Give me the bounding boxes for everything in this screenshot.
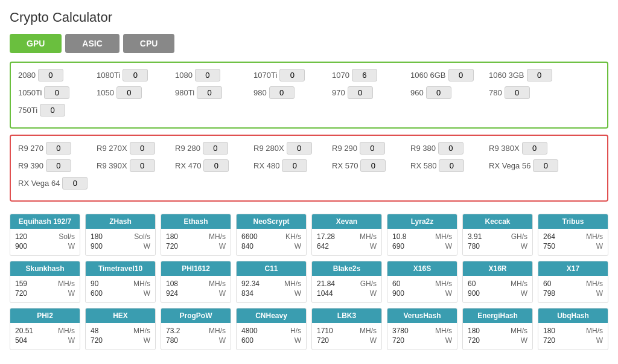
algo-hr-unit: KH/s <box>285 232 301 241</box>
gpu-input[interactable] <box>282 159 307 172</box>
algo-name: Lyra2z <box>387 214 457 229</box>
gpu-item: 970 <box>332 86 404 99</box>
algo-name: ZHash <box>86 214 155 229</box>
gpu-input[interactable] <box>348 86 373 99</box>
algo-power: 600 <box>91 289 103 298</box>
algo-hashrate: 120 <box>15 232 27 241</box>
gpu-input[interactable] <box>40 104 65 117</box>
algo-pw-unit: W <box>295 289 301 298</box>
gpu-input[interactable] <box>44 86 69 99</box>
algo-name: VerusHash <box>387 308 457 323</box>
algo-hashrate: 73.2 <box>166 327 180 335</box>
gpu-input[interactable] <box>203 142 228 155</box>
algo-hr-unit: GH/s <box>511 232 527 241</box>
algo-hashrate: 21.84 <box>317 279 335 288</box>
algo-power: 720 <box>15 289 27 298</box>
gpu-input[interactable] <box>197 86 222 99</box>
gpu-input[interactable] <box>38 69 63 81</box>
gpu-input[interactable] <box>287 142 312 155</box>
algo-pw-unit: W <box>521 242 527 251</box>
algo-hr-unit: MH/s <box>435 327 452 335</box>
algo-name: X17 <box>538 261 608 276</box>
algo-card: VerusHash3780MH/s720W <box>387 308 457 350</box>
gpu-item: RX 580 <box>410 159 483 172</box>
gpu-label: 780 <box>489 88 502 97</box>
gpu-item: 960 <box>410 86 483 99</box>
tab-bar: GPU ASIC CPU <box>10 34 608 53</box>
gpu-input[interactable] <box>123 69 148 81</box>
gpu-input[interactable] <box>203 159 229 172</box>
gpu-input[interactable] <box>426 86 451 99</box>
gpu-item: RX 470 <box>175 159 247 172</box>
gpu-input[interactable] <box>130 142 155 155</box>
algo-name: Blake2s <box>312 261 381 276</box>
gpu-input[interactable] <box>533 159 558 172</box>
algo-hr-unit: MH/s <box>58 327 75 335</box>
gpu-input[interactable] <box>439 159 464 172</box>
algo-card: Timetravel1090MH/s600W <box>85 261 156 303</box>
gpu-label: 980Ti <box>175 88 194 97</box>
algo-name: C11 <box>237 261 306 276</box>
algo-pw-unit: W <box>144 242 150 251</box>
algo-card: Lyra2z10.8MH/s690W <box>387 214 457 256</box>
gpu-input[interactable] <box>130 159 155 172</box>
gpu-label: RX 580 <box>410 161 436 170</box>
gpu-input[interactable] <box>522 142 547 155</box>
gpu-label: 1070 <box>332 71 349 80</box>
algo-power: 750 <box>543 242 555 251</box>
algo-power: 900 <box>392 289 404 298</box>
gpu-input[interactable] <box>46 142 71 155</box>
gpu-input[interactable] <box>438 142 464 155</box>
amd-section: R9 270R9 270XR9 280R9 280XR9 290R9 380R9… <box>10 135 608 202</box>
gpu-input[interactable] <box>279 69 305 81</box>
algo-card: X1760MH/s798W <box>538 261 608 303</box>
gpu-input[interactable] <box>505 86 530 99</box>
nvidia-section: 20801080Ti10801070Ti10701060 6GB1060 3GB… <box>10 62 608 129</box>
algo-hashrate: 20.51 <box>15 327 33 335</box>
gpu-input[interactable] <box>269 86 295 99</box>
algo-power: 600 <box>241 336 253 345</box>
gpu-input[interactable] <box>527 69 552 81</box>
algo-hr-unit: MH/s <box>511 327 527 335</box>
algo-hashrate: 180 <box>543 327 555 335</box>
algo-hashrate: 180 <box>91 232 103 241</box>
algo-power: 798 <box>543 289 555 298</box>
algo-hr-unit: MH/s <box>360 327 377 335</box>
algo-pw-unit: W <box>596 289 603 298</box>
gpu-item: RX Vega 56 <box>489 159 561 172</box>
gpu-label: 960 <box>410 88 424 97</box>
algo-card: Ethash180MH/s720W <box>161 214 231 256</box>
gpu-item: 750Ti <box>18 104 91 117</box>
gpu-label: R9 270X <box>97 144 127 153</box>
gpu-input[interactable] <box>352 69 377 81</box>
gpu-input[interactable] <box>448 69 474 81</box>
gpu-item: 1080Ti <box>97 69 169 81</box>
gpu-input[interactable] <box>360 142 385 155</box>
gpu-label: R9 280 <box>175 144 200 153</box>
algo-hr-unit: MH/s <box>133 327 150 335</box>
algo-pw-unit: W <box>596 336 603 345</box>
page-title: Crypto Calculator <box>10 10 608 25</box>
gpu-input[interactable] <box>116 86 142 99</box>
gpu-label: 2080 <box>18 71 36 80</box>
tab-cpu[interactable]: CPU <box>123 34 175 53</box>
gpu-input[interactable] <box>360 159 386 172</box>
algo-card: NeoScrypt6600KH/s840W <box>236 214 307 256</box>
algo-card: ProgPoW73.2MH/s780W <box>161 308 231 350</box>
algo-pw-unit: W <box>596 242 603 251</box>
gpu-item: R9 270 <box>18 142 91 155</box>
tab-gpu[interactable]: GPU <box>10 34 62 53</box>
gpu-label: 1060 6GB <box>410 71 446 80</box>
gpu-input[interactable] <box>46 159 71 172</box>
algo-hr-unit: MH/s <box>586 327 603 335</box>
gpu-input[interactable] <box>62 177 88 190</box>
algo-hr-unit: Sol/s <box>59 232 75 241</box>
tab-asic[interactable]: ASIC <box>65 34 119 53</box>
algo-pw-unit: W <box>68 289 75 298</box>
algo-hashrate: 90 <box>91 279 98 288</box>
algo-hr-unit: MH/s <box>360 232 377 241</box>
gpu-input[interactable] <box>195 69 220 81</box>
gpu-item: R9 380X <box>489 142 561 155</box>
gpu-item: R9 390X <box>97 159 169 172</box>
algo-hashrate: 4800 <box>241 327 258 335</box>
